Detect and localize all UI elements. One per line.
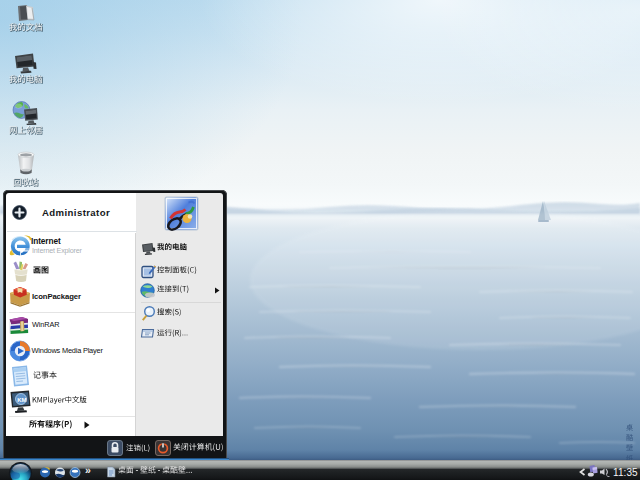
svg-text:KM: KM (17, 397, 26, 403)
